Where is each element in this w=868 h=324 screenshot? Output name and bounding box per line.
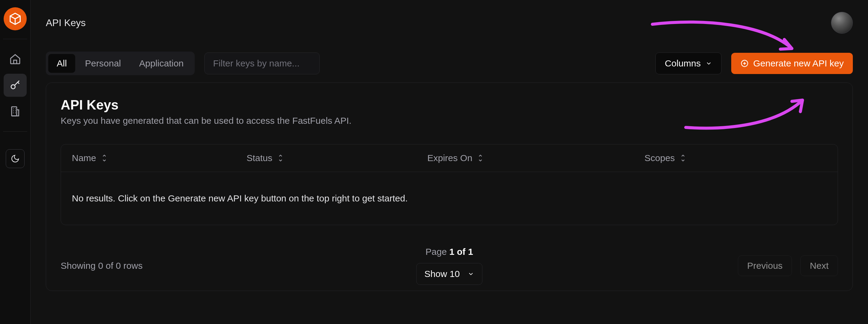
divider: [3, 39, 27, 39]
column-scopes[interactable]: Scopes: [645, 153, 827, 163]
card-title: API Keys: [61, 97, 838, 113]
table-header: Name Status Expires On Scopes: [61, 144, 838, 172]
app-logo[interactable]: [4, 7, 27, 30]
empty-state: No results. Click on the Generate new AP…: [61, 172, 838, 225]
generate-label: Generate new API key: [753, 58, 844, 68]
sort-icon: [277, 154, 284, 162]
divider: [3, 131, 27, 132]
previous-button[interactable]: Previous: [738, 256, 792, 276]
next-button[interactable]: Next: [800, 256, 838, 276]
toolbar: All Personal Application Columns: [46, 52, 853, 75]
filter-input[interactable]: [205, 53, 320, 74]
building-icon: [9, 105, 21, 117]
column-name[interactable]: Name: [72, 153, 242, 163]
pagination-buttons: Previous Next: [738, 256, 838, 276]
table-body: No results. Click on the Generate new AP…: [61, 172, 838, 225]
nav-api-keys[interactable]: [4, 74, 27, 97]
chevron-down-icon: [468, 271, 474, 277]
sort-icon: [679, 154, 687, 162]
sort-icon: [476, 154, 484, 162]
avatar[interactable]: [831, 12, 853, 34]
card-subtitle: Keys you have generated that can be used…: [61, 116, 838, 126]
svg-point-0: [11, 85, 15, 89]
nav-home[interactable]: [4, 48, 27, 71]
page-info: Page 1 of 1: [426, 247, 473, 257]
pagination-center: Page 1 of 1 Show 10: [416, 247, 483, 285]
generate-api-key-button[interactable]: Generate new API key: [731, 53, 853, 74]
column-status[interactable]: Status: [247, 153, 423, 163]
columns-button[interactable]: Columns: [655, 53, 721, 74]
page-title: API Keys: [46, 17, 86, 29]
columns-label: Columns: [665, 58, 701, 68]
tab-application[interactable]: Application: [131, 54, 192, 73]
tab-all[interactable]: All: [48, 54, 75, 73]
page-size-select[interactable]: Show 10: [416, 263, 483, 285]
topbar: API Keys: [31, 0, 868, 36]
main: API Keys All Personal Application Column…: [31, 0, 868, 324]
tab-personal[interactable]: Personal: [76, 54, 129, 73]
sidebar: [0, 0, 31, 324]
key-icon: [9, 79, 21, 91]
api-keys-card: API Keys Keys you have generated that ca…: [46, 83, 853, 291]
table-footer: Showing 0 of 0 rows Page 1 of 1 Show 10: [61, 256, 838, 276]
column-expires[interactable]: Expires On: [427, 153, 640, 163]
plus-circle-icon: [740, 59, 749, 68]
moon-icon: [11, 154, 20, 163]
home-icon: [9, 53, 21, 65]
content: All Personal Application Columns: [31, 36, 868, 324]
nav-organization[interactable]: [4, 100, 27, 123]
showing-text: Showing 0 of 0 rows: [61, 261, 143, 271]
cube-icon: [8, 12, 22, 26]
svg-rect-1: [11, 107, 17, 116]
api-keys-table: Name Status Expires On Scopes: [61, 144, 838, 225]
filter-tabs: All Personal Application: [46, 52, 195, 75]
sort-icon: [100, 154, 108, 162]
chevron-down-icon: [706, 60, 712, 67]
theme-toggle[interactable]: [6, 149, 25, 168]
